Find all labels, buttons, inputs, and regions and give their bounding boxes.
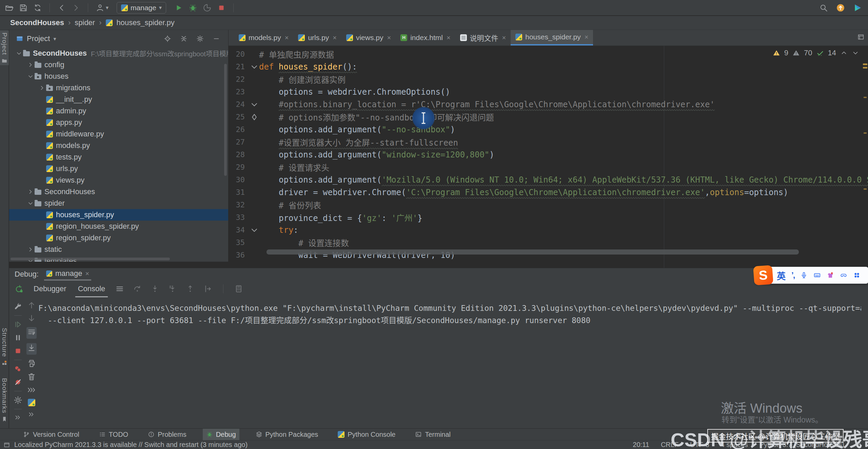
tree-item-tests.py[interactable]: tests.py [9,151,228,163]
toolwindow-button-todo[interactable]: TODO [96,429,132,441]
tab-index.html[interactable]: index.html× [396,30,455,45]
close-icon[interactable]: × [502,34,506,42]
stop-icon[interactable] [14,347,22,355]
tab-debugger[interactable]: Debugger [32,282,68,295]
scroll-to-end-icon[interactable] [27,344,36,353]
profile-menu[interactable]: ▾ [96,3,108,12]
tree-item-middleware.py[interactable]: middleware.py [9,128,228,140]
tab-[interactable]: 说明文件× [455,30,511,45]
code-line[interactable]: 22# 创建浏览器实例 [229,73,868,86]
code-line[interactable]: 30options.add_argument('Mozilla/5.0 (Win… [229,173,868,186]
next-problem-icon[interactable] [852,49,859,57]
debug-session-tab[interactable]: manage × [44,268,91,280]
tab-urls.py[interactable]: urls.py× [293,30,341,45]
step-into-my-code-icon[interactable] [168,284,177,293]
tree-item-views.py[interactable]: views.py [9,174,228,186]
tree-item-houses[interactable]: houses [9,71,228,82]
chevron-down-icon[interactable]: ▾ [53,36,56,42]
prev-problem-icon[interactable] [840,49,848,57]
code-area[interactable]: 9 70 14 20# 单独爬虫房源数据21def houses_spider(… [229,46,868,268]
sogou-logo-icon[interactable]: S [753,265,773,285]
tab-console[interactable]: Console [77,282,107,295]
line-number[interactable]: 26 [229,125,250,134]
close-icon[interactable]: × [85,270,89,278]
search-everywhere-icon[interactable] [819,3,828,12]
collapse-all-icon[interactable] [180,35,188,42]
line-number[interactable]: 24 [229,100,250,109]
rerun-icon[interactable] [15,284,23,293]
toolwindow-button-version-control[interactable]: Version Control [20,429,83,441]
close-icon[interactable]: × [447,34,451,42]
line-number[interactable]: 27 [229,138,250,146]
settings-wrench-icon[interactable] [14,302,22,311]
toolwindow-button-debug[interactable]: Debug [203,429,239,441]
line-number[interactable]: 36 [229,251,250,259]
stop-button[interactable] [217,3,226,12]
pause-program-icon[interactable] [14,333,22,342]
breadcrumb-item[interactable]: houses_spider.py [117,18,175,27]
ime-apps-grid-icon[interactable] [853,272,861,279]
inspections-widget[interactable]: 9 70 14 [773,49,859,57]
tab-views.py[interactable]: views.py× [341,30,396,45]
save-all-icon[interactable] [19,3,28,12]
line-number[interactable]: 21 [229,62,250,71]
line-number[interactable]: 25 [229,113,250,121]
gamepad-icon[interactable] [840,272,847,279]
chevron-right-icon[interactable] [26,188,35,195]
line-number[interactable]: 33 [229,213,250,222]
more-actions-icon[interactable] [28,411,35,418]
ime-language-toggle[interactable]: 英 [777,269,786,282]
code-line[interactable]: 34try: [229,224,868,236]
project-panel-title[interactable]: Project [27,34,50,43]
chevron-right-icon[interactable] [26,61,35,68]
tree-item-houses_spider.py[interactable]: houses_spider.py [9,209,228,221]
tab-houses_spider.py[interactable]: houses_spider.py× [511,30,593,45]
code-line[interactable]: 31driver = webdriver.Chrome('C:\Program … [229,186,868,199]
toolwindow-button-python-console[interactable]: Python Console [334,429,399,441]
toolwindow-button-python-packages[interactable]: Python Packages [252,429,322,441]
line-number[interactable]: 23 [229,88,250,96]
run-with-coverage-icon[interactable] [203,3,212,12]
tree-item-urls.py[interactable]: urls.py [9,163,228,174]
code-line[interactable]: 33province_dict = {'gz': '广州'} [229,211,868,224]
code-line[interactable]: 24#options.binary_location = r'C:\Progra… [229,98,868,111]
debug-button[interactable] [189,3,197,12]
resume-program-icon[interactable] [14,320,22,329]
run-button[interactable] [174,3,183,12]
tree-item-__init__.py[interactable]: __init__.py [9,94,228,105]
clear-console-icon[interactable] [27,372,36,381]
tree-item-region_spider.py[interactable]: region_spider.py [9,232,228,244]
sidebar-item-structure[interactable]: Structure [0,328,9,366]
line-number[interactable]: 28 [229,150,250,159]
line-number[interactable]: 30 [229,175,250,184]
line-number[interactable]: 35 [229,238,250,247]
ime-punctuation-icon[interactable]: ’, [791,270,794,280]
tab-models.py[interactable]: models.py× [234,30,293,45]
update-available-icon[interactable] [836,3,845,12]
code-line[interactable]: 27#设置浏览器大小 为全屏--start-fullscreen [229,136,868,148]
tree-item-static[interactable]: static [9,244,228,255]
line-number[interactable]: 20 [229,50,250,58]
run-configuration-select[interactable]: manage ▾ [117,2,166,14]
editor-tabs-options-icon[interactable] [857,33,865,41]
step-into-icon[interactable] [151,284,159,293]
chevron-right-icon[interactable] [26,246,35,253]
gear-icon[interactable] [14,396,22,405]
code-line[interactable]: 35# 设置连接数 [229,236,868,249]
tree-item-spider[interactable]: spider [9,198,228,209]
python-packages-icon[interactable] [28,399,35,406]
run-to-cursor-icon[interactable] [203,284,212,293]
tree-item-migrations[interactable]: migrations [9,82,228,94]
view-breakpoints-icon[interactable] [14,364,22,373]
line-number[interactable]: 32 [229,201,250,209]
down-stack-icon[interactable] [27,314,36,323]
sidebar-item-project[interactable]: Project [0,31,9,65]
close-icon[interactable]: × [585,33,589,41]
tree-item-SecondHouses[interactable]: SecondHouses [9,186,228,198]
toolwindow-button-terminal[interactable]: Terminal [412,429,454,441]
code-line[interactable]: 32# 省份列表 [229,199,868,211]
chevron-right-icon[interactable] [38,85,46,91]
more-actions-icon[interactable] [14,414,22,421]
close-icon[interactable]: × [333,34,337,42]
tree-vertical-scrollbar[interactable] [224,64,227,176]
